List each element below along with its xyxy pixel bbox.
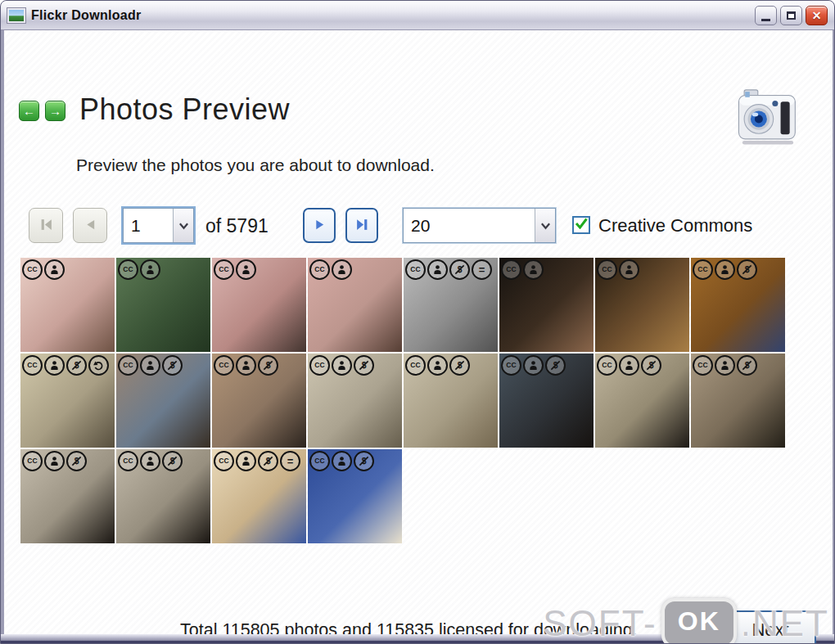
forward-arrow-icon: → [49,104,61,118]
license-by-icon [332,355,352,376]
license-cc-icon: CC [309,259,330,280]
forward-button[interactable]: → [45,101,65,121]
license-nc-icon: $ [737,259,757,280]
checkmark-icon [575,218,588,232]
creative-commons-label: Creative Commons [598,215,752,236]
chevron-down-icon [178,218,189,233]
first-page-icon [39,218,53,234]
license-by-icon [44,355,65,376]
photo-thumbnail[interactable]: CC [212,258,306,352]
page-size-dropdown-button[interactable] [535,209,555,242]
license-cc-icon: CC [214,259,234,280]
license-badges: CC$ [309,451,374,471]
photo-thumbnail[interactable]: CC$ [116,449,210,543]
photo-thumbnail[interactable]: CC$ [691,354,785,448]
photo-thumbnail[interactable]: CC$= [404,258,498,352]
license-by-icon [236,259,256,280]
photo-thumbnail[interactable]: CC [595,258,689,352]
minimize-button[interactable] [755,6,777,25]
license-nc-icon: $ [162,451,183,471]
license-by-icon [427,355,448,376]
photo-thumbnail[interactable]: CC$ [20,354,115,448]
next-page-icon [314,218,326,233]
license-by-icon [715,259,735,280]
back-button[interactable]: ← [19,101,39,121]
page-count-label: of 5791 [205,215,269,237]
app-window: Flickr Downloadr ✕ ← → Photos Preview [0,0,835,644]
maximize-icon [787,11,796,20]
first-page-button[interactable] [29,208,63,243]
license-by-icon [44,259,65,280]
photo-thumbnail[interactable]: CC [308,258,402,352]
page-select-value: 1 [124,209,173,242]
license-badges: CC$ [693,259,757,280]
creative-commons-checkbox[interactable] [572,216,590,234]
chevron-down-icon [540,218,551,233]
photo-thumbnail[interactable]: CC$ [116,354,210,448]
license-nc-icon: $ [641,355,661,376]
license-cc-icon: CC [693,355,713,376]
wizard-content: ← → Photos Preview Preview the photos yo… [4,30,833,636]
license-cc-icon: CC [405,259,426,280]
license-by-icon [140,355,160,376]
license-cc-icon: CC [309,355,330,376]
photo-thumbnail[interactable]: CC [20,258,115,352]
license-badges: CC [309,259,352,280]
license-nc-icon: $ [449,259,470,280]
photo-thumbnail[interactable]: CC$ [404,354,498,448]
license-badges: CC [214,259,256,280]
photo-thumbnail[interactable]: CC$= [212,449,306,543]
page-select[interactable]: 1 [123,208,194,243]
license-badges: CC$ [22,451,87,471]
license-by-icon [715,355,735,376]
photo-thumbnail[interactable]: CC$ [691,258,785,352]
watermark-ok-badge: OK [661,598,737,644]
back-arrow-icon: ← [23,104,35,118]
app-icon [7,8,25,23]
license-by-icon [236,451,256,471]
license-nc-icon: $ [66,355,87,376]
page-size-select[interactable]: 20 [403,208,556,243]
watermark: SOFT- OK .NET [543,598,829,644]
photo-thumbnail[interactable]: CC$ [20,449,115,543]
title-bar[interactable]: Flickr Downloadr ✕ [1,1,834,30]
license-badges: CC [22,259,65,280]
license-by-icon [523,259,544,280]
license-by-icon [619,259,639,280]
page-select-dropdown-button[interactable] [173,209,193,242]
license-cc-icon: CC [118,451,138,471]
photo-thumbnail[interactable]: CC$ [212,354,306,448]
license-cc-icon: CC [118,259,138,280]
close-button[interactable]: ✕ [806,6,828,25]
license-cc-icon: CC [597,259,617,280]
next-page-button[interactable] [303,208,336,243]
license-cc-icon: CC [22,355,43,376]
watermark-suffix: .NET [741,603,829,644]
photo-thumbnail[interactable]: CC$ [595,354,689,448]
license-cc-icon: CC [118,355,138,376]
license-nc-icon: $ [545,355,566,376]
license-sa-icon [88,355,109,376]
license-badges: CC$ [118,451,183,471]
license-nc-icon: $ [449,355,470,376]
photo-thumbnail[interactable]: CC$ [308,449,402,543]
license-badges: CC$ [118,355,183,376]
photo-thumbnail[interactable]: CC$ [499,354,594,448]
license-by-icon [332,259,352,280]
minimize-icon [761,19,770,21]
previous-page-button[interactable] [73,208,107,243]
license-badges: CC$ [693,355,757,376]
license-badges: CC [118,259,160,280]
photo-thumbnail[interactable]: CC [499,258,594,352]
close-icon: ✕ [812,9,822,22]
photo-thumbnail[interactable]: CC$ [308,354,402,448]
license-badges: CC$= [405,259,492,280]
license-cc-icon: CC [501,259,521,280]
last-page-button[interactable] [345,208,378,243]
license-cc-icon: CC [693,259,713,280]
photo-thumbnail[interactable]: CC [116,258,210,352]
watermark-prefix: SOFT- [543,603,657,644]
license-badges: CC$ [405,355,470,376]
maximize-button[interactable] [780,6,802,25]
last-page-icon [355,218,369,234]
